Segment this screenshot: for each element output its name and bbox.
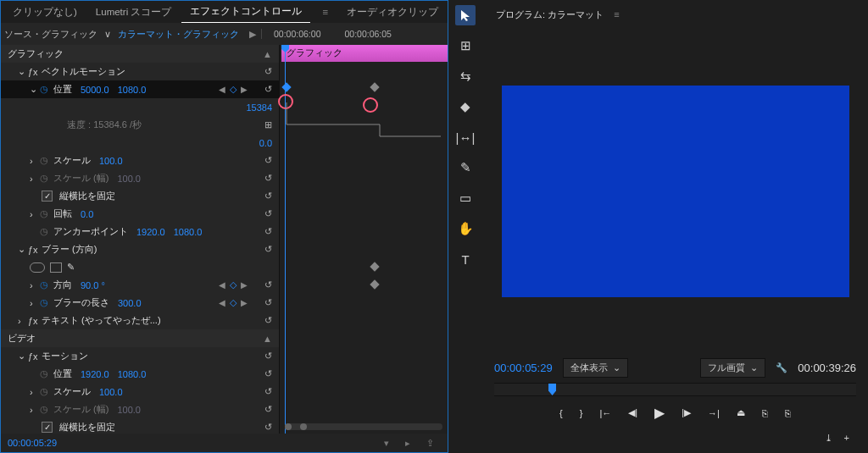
rect-mask-icon[interactable] — [50, 262, 62, 273]
current-timecode[interactable]: 00:00:05:29 — [8, 438, 57, 448]
keyframe-icon[interactable] — [370, 262, 379, 271]
reset-icon[interactable]: ↺ — [264, 351, 272, 362]
track-select-tool-icon[interactable]: ⊞ — [455, 36, 476, 56]
prop-position[interactable]: ⌄◷ 位置 5000.0 1080.0 ◀ ◇ ▶ ↺ — [1, 80, 279, 98]
play-icon[interactable]: ▶ — [654, 405, 665, 421]
reset-icon[interactable]: ↺ — [264, 66, 272, 77]
reset-icon[interactable]: ↺ — [264, 315, 272, 326]
pos-y-value[interactable]: 1080.0 — [109, 85, 147, 95]
slip-tool-icon[interactable]: |↔| — [455, 127, 476, 147]
collapse-icon[interactable]: ▲ — [263, 334, 272, 344]
reset-icon[interactable]: ↺ — [264, 155, 272, 166]
stopwatch-icon[interactable]: ◷ — [40, 368, 52, 379]
extract-icon[interactable]: ⎘ — [762, 408, 768, 418]
lift-icon[interactable]: ⏏ — [737, 407, 745, 418]
keyframe-icon[interactable] — [370, 82, 379, 91]
target-clip-label[interactable]: カラーマット・グラフィック — [118, 28, 244, 41]
anchor-y-value[interactable]: 1080.0 — [165, 227, 203, 237]
clip-bar[interactable]: グラフィック — [281, 45, 448, 62]
effect-text[interactable]: ›ƒx テキスト (やってやったぜ...) ↺ — [1, 312, 279, 329]
wrench-icon[interactable]: 🔧 — [776, 362, 787, 373]
keyframe-icon[interactable] — [370, 279, 379, 289]
prop-scale-2[interactable]: ›◷ スケール 100.0 ↺ — [1, 383, 279, 401]
keyframe-nav[interactable]: ◀ ◇ ▶ — [219, 84, 248, 95]
timeline-zoom-bar[interactable] — [285, 423, 442, 430]
reset-icon[interactable]: ↺ — [264, 173, 272, 184]
step-fwd-icon[interactable]: |▶ — [682, 407, 691, 418]
keyframe-nav[interactable]: ◀ ◇ ▶ — [219, 279, 248, 290]
prop-lock-aspect-2[interactable]: ✓ 縦横比を固定 ↺ — [1, 418, 279, 434]
rotation-value[interactable]: 0.0 — [72, 209, 93, 219]
pen-tool-icon[interactable]: ✎ — [455, 157, 476, 178]
stopwatch-icon[interactable]: ◷ — [40, 226, 52, 237]
prop-lock-aspect[interactable]: ✓ 縦横比を固定 ↺ — [1, 187, 279, 205]
hand-tool-icon[interactable]: ✋ — [455, 218, 476, 239]
anchor-x-value[interactable]: 1920.0 — [128, 227, 165, 237]
pos2-x-value[interactable]: 1920.0 — [72, 369, 109, 379]
prop-rotation[interactable]: ›◷ 回転 0.0 ↺ — [1, 205, 279, 223]
reset-icon[interactable]: ↺ — [264, 279, 272, 290]
effect-vector-motion[interactable]: ⌄ƒx ベクトルモーション ↺ — [1, 63, 279, 80]
stopwatch-icon[interactable]: ◷ — [40, 84, 52, 95]
reset-icon[interactable]: ↺ — [264, 386, 272, 397]
tab-noclip[interactable]: クリップなし) — [4, 2, 86, 23]
type-tool-icon[interactable]: T — [455, 249, 476, 269]
prop-scale[interactable]: ›◷ スケール 100.0 ↺ — [1, 152, 279, 169]
razor-tool-icon[interactable]: ◆ — [455, 97, 476, 117]
scale-value[interactable]: 100.0 — [91, 156, 123, 166]
keyframe-timeline[interactable]: グラフィック — [279, 45, 448, 434]
effect-motion[interactable]: ⌄ƒx モーション ↺ — [1, 347, 279, 365]
checkbox-icon[interactable]: ✓ — [42, 191, 53, 202]
button-editor-icon[interactable]: + — [844, 433, 849, 443]
reset-icon[interactable]: ↺ — [264, 244, 272, 255]
keyframe-icon[interactable] — [281, 82, 291, 91]
scrub-playhead[interactable] — [548, 384, 556, 395]
velocity-graph-icon[interactable]: ⊞ — [264, 119, 272, 130]
panel-menu-icon[interactable]: ≡ — [314, 3, 337, 21]
group-graphic[interactable]: グラフィック ▲ — [1, 45, 279, 63]
export-frame-icon[interactable]: ⎘ — [785, 408, 791, 418]
goto-in-icon[interactable]: |← — [599, 408, 611, 418]
safe-margins-icon[interactable]: ⤓ — [825, 433, 832, 443]
timeline-play-icon[interactable]: ▶ — [244, 29, 261, 40]
tab-effectcontrols[interactable]: エフェクトコントロール — [181, 1, 310, 24]
prop-anchor[interactable]: ◷ アンカーポイント 1920.0 1080.0 ↺ — [1, 223, 279, 240]
goto-out-icon[interactable]: →| — [708, 408, 720, 418]
preview-area[interactable] — [486, 25, 865, 348]
mask-tools[interactable]: ✎ — [1, 258, 279, 276]
tab-lumetri[interactable]: Lumetri スコープ — [87, 2, 181, 23]
group-video[interactable]: ビデオ ▲ — [1, 329, 279, 347]
mark-out-icon[interactable]: } — [580, 408, 583, 418]
pos2-y-value[interactable]: 1080.0 — [109, 369, 147, 379]
footer-icons[interactable]: ▾ ▸ ⇪ — [384, 438, 441, 449]
pos-x-value[interactable]: 5000.0 — [72, 85, 109, 95]
program-tab[interactable]: プログラム: カラーマット — [491, 5, 609, 25]
effect-blur[interactable]: ⌄ƒx ブラー (方向) ↺ — [1, 240, 279, 258]
ripple-tool-icon[interactable]: ⇆ — [455, 66, 476, 86]
quality-dropdown[interactable]: フル画質 ⌄ — [700, 358, 765, 378]
keyframe-nav[interactable]: ◀ ◇ ▶ — [219, 297, 248, 308]
reset-icon[interactable]: ↺ — [264, 368, 272, 379]
rectangle-tool-icon[interactable]: ▭ — [455, 188, 476, 208]
stopwatch-icon[interactable]: ◷ — [40, 297, 52, 308]
program-timecode[interactable]: 00:00:05:29 — [494, 362, 553, 374]
reset-icon[interactable]: ↺ — [264, 208, 272, 219]
tab-audioclip[interactable]: オーディオクリップ — [338, 2, 447, 23]
prop-blur-length[interactable]: ›◷ ブラーの長さ 300.0 ◀ ◇ ▶ ↺ — [1, 294, 279, 312]
step-back-icon[interactable]: ◀| — [628, 407, 637, 418]
stopwatch-icon[interactable]: ◷ — [40, 208, 52, 219]
reset-icon[interactable]: ↺ — [264, 84, 272, 95]
zoom-dropdown[interactable]: 全体表示 ⌄ — [563, 358, 628, 378]
prop-position-2[interactable]: ◷ 位置 1920.0 1080.0 ↺ — [1, 365, 279, 383]
program-menu-icon[interactable]: ≡ — [609, 6, 624, 23]
collapse-icon[interactable]: ▲ — [263, 49, 272, 59]
scale2-value[interactable]: 100.0 — [91, 387, 123, 397]
blurlen-value[interactable]: 300.0 — [109, 298, 142, 308]
stopwatch-icon[interactable]: ◷ — [40, 279, 52, 290]
reset-icon[interactable]: ↺ — [264, 422, 272, 433]
reset-icon[interactable]: ↺ — [264, 226, 272, 237]
selection-tool-icon[interactable] — [455, 5, 476, 25]
direction-value[interactable]: 90.0 ° — [72, 280, 105, 290]
pen-mask-icon[interactable]: ✎ — [67, 262, 75, 273]
mark-in-icon[interactable]: { — [559, 408, 563, 418]
